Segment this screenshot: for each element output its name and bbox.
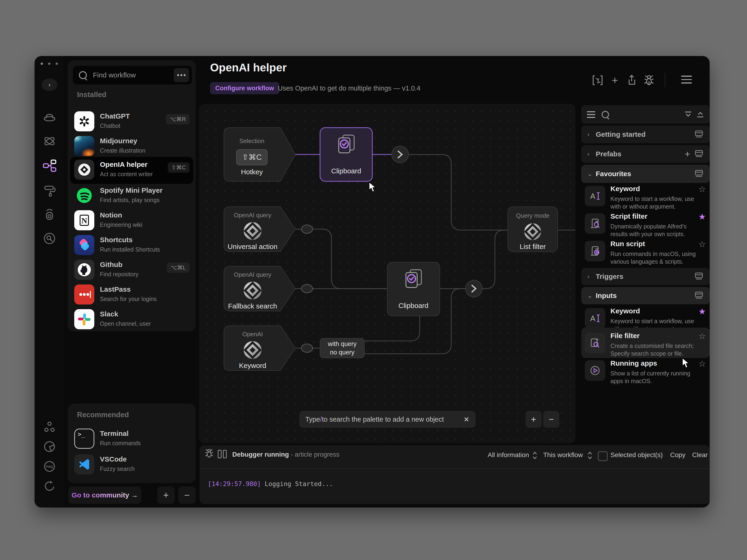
clear-button[interactable]: Clear	[692, 451, 708, 459]
workflow-desc: Run installed Shortcuts	[100, 246, 160, 253]
panel-icon[interactable]	[694, 291, 703, 300]
update-refresh-icon[interactable]	[43, 479, 56, 493]
pause-icon[interactable]	[218, 450, 228, 459]
updown-icon[interactable]	[532, 451, 538, 460]
workflow-item-lastpass[interactable]: LastPass Search for your logins	[70, 282, 193, 309]
collapse-all-icon[interactable]	[683, 109, 693, 120]
bug-icon[interactable]	[204, 448, 214, 459]
node-type-label: Selection	[239, 137, 264, 144]
workflow-item-notion[interactable]: N Notion Engineering wiki	[70, 208, 193, 235]
palette-item-keyword[interactable]: A Keyword Keyword to start a workflow, u…	[581, 184, 710, 211]
workflows-icon[interactable]	[43, 159, 56, 173]
star-icon[interactable]: ☆	[698, 184, 706, 194]
section-favourites[interactable]: ⌄ Favourites	[581, 165, 710, 183]
node-label: Clipboard	[331, 167, 361, 175]
palette-item-script-filter[interactable]: Script filter Dynamically populate Alfre…	[581, 211, 710, 239]
node-clipboard-selected[interactable]: Clipboard	[320, 128, 372, 181]
section-getting-started[interactable]: › Getting started	[581, 126, 710, 143]
palette-close-icon[interactable]: ✕	[464, 415, 469, 424]
workflow-item-vscode[interactable]: VSCode Fuzzy search	[70, 452, 193, 479]
node-fallback-search[interactable]: OpenAI query Fallback search	[224, 266, 295, 311]
workflow-item-spotify[interactable]: Spotify Mini Player Find artists, play s…	[70, 183, 193, 210]
filter-this-workflow[interactable]: This workflow	[543, 451, 583, 459]
share-nodes-icon[interactable]	[43, 420, 56, 434]
workflow-item-chatgpt[interactable]: ChatGPT Chatbot ⌥⌘R	[70, 108, 193, 136]
node-list-filter[interactable]: Query mode List filter	[508, 207, 558, 252]
node-label: Clipboard	[398, 302, 428, 310]
panel-icon[interactable]	[694, 169, 703, 179]
star-icon[interactable]: ☆	[698, 239, 706, 249]
node-universal-action[interactable]: OpenAI query Universal action	[224, 207, 295, 251]
atom-icon[interactable]	[43, 134, 56, 148]
keyword-input-icon: A	[585, 186, 605, 206]
svg-text:A: A	[590, 314, 595, 323]
window-dot[interactable]	[56, 62, 58, 65]
zoom-in-button[interactable]: +	[525, 411, 542, 428]
palette-list-icon[interactable]	[587, 111, 595, 118]
section-label: Triggers	[596, 272, 623, 281]
variables-icon[interactable]	[591, 74, 604, 87]
branch-label[interactable]: with query no query	[320, 338, 364, 358]
palette-search-row[interactable]	[581, 105, 710, 124]
window-dot[interactable]	[48, 62, 50, 65]
workflow-item-openia-helper[interactable]: OpenIA helper Act as content writer ⇧⌘C	[70, 157, 193, 184]
remove-workflow-button[interactable]: −	[178, 486, 196, 504]
remote-icon[interactable]	[43, 207, 56, 221]
palette-search-bar[interactable]: Type / to search the palette to add a ne…	[299, 411, 475, 428]
search-options-button[interactable]	[174, 68, 189, 82]
filter-all-information[interactable]: All information	[488, 451, 529, 459]
star-icon[interactable]: ★	[698, 306, 706, 316]
node-clipboard-center[interactable]: Clipboard	[387, 262, 440, 316]
node-keyword[interactable]: OpenAI Keyword	[224, 326, 295, 371]
debug-bug-icon[interactable]	[642, 74, 655, 87]
main-menu-icon[interactable]	[681, 76, 692, 83]
workflow-item-terminal[interactable]: >_ Terminal Run commands	[70, 426, 193, 453]
node-hotkey[interactable]: Selection ⇧⌘C Hotkey	[224, 128, 295, 181]
workflow-item-github[interactable]: Github Find repository ⌥⌘L	[70, 257, 193, 284]
chevron-down-icon: ⌄	[587, 292, 596, 299]
expand-sidebar-button[interactable]: ›	[42, 78, 57, 91]
palette-item-running-apps[interactable]: Running apps Show a list of currently ru…	[581, 358, 710, 386]
configure-workflow-badge[interactable]: Configure workflow	[210, 82, 279, 94]
workflow-desc: Search for your logins	[100, 296, 157, 302]
window-dot[interactable]	[41, 62, 43, 65]
palette-search-icon[interactable]	[601, 111, 609, 118]
add-prefab-icon[interactable]: +	[685, 149, 690, 159]
feature-search-icon[interactable]	[43, 232, 56, 245]
faq-icon[interactable]: FAQ	[43, 459, 56, 474]
expand-all-icon[interactable]	[695, 109, 705, 120]
section-prefabs[interactable]: › Prefabs +	[581, 145, 710, 163]
add-workflow-button[interactable]: +	[157, 486, 175, 504]
star-icon[interactable]: ☆	[698, 359, 706, 369]
workflow-search[interactable]: Find workflow	[73, 66, 192, 84]
connection-chevron[interactable]	[465, 280, 482, 297]
panel-icon[interactable]	[694, 149, 703, 159]
workflow-name: Terminal	[100, 430, 129, 437]
palette-item-file-filter[interactable]: File filter Create a customised file sea…	[581, 331, 710, 358]
connection-chevron[interactable]	[392, 146, 409, 163]
selected-objects-checkbox[interactable]	[598, 451, 608, 461]
star-icon[interactable]: ★	[698, 212, 706, 222]
chevron-right-icon: ›	[587, 151, 596, 158]
add-object-icon[interactable]: +	[608, 74, 621, 87]
workflow-item-midjourney[interactable]: Midjourney Create illustration	[70, 133, 193, 160]
workflow-item-shortcuts[interactable]: Shortcuts Run installed Shortcuts	[70, 232, 193, 259]
panel-icon[interactable]	[694, 272, 703, 281]
workflow-item-slack[interactable]: Slack Open channel, user	[70, 306, 193, 334]
workflow-desc: Open channel, user	[100, 320, 151, 327]
share-icon[interactable]	[625, 74, 638, 87]
usage-pie-icon[interactable]	[43, 439, 56, 454]
palette-item-run-script[interactable]: Run script Run commands in macOS, using …	[581, 239, 710, 266]
panel-icon[interactable]	[694, 130, 703, 139]
section-triggers[interactable]: › Triggers	[581, 268, 710, 285]
alfred-hat-icon[interactable]	[43, 110, 56, 124]
star-icon[interactable]: ☆	[698, 331, 706, 341]
section-inputs[interactable]: ⌄ Inputs	[581, 287, 710, 304]
zoom-out-button[interactable]: −	[543, 411, 559, 428]
go-to-community-button[interactable]: Go to community →	[69, 486, 141, 504]
paint-roller-icon[interactable]	[43, 183, 56, 197]
copy-button[interactable]: Copy	[670, 451, 686, 459]
updown-icon[interactable]	[587, 451, 593, 460]
workflow-canvas[interactable]: Selection ⇧⌘C Hotkey Clipboard	[199, 104, 575, 443]
connector-dot[interactable]	[301, 225, 313, 352]
